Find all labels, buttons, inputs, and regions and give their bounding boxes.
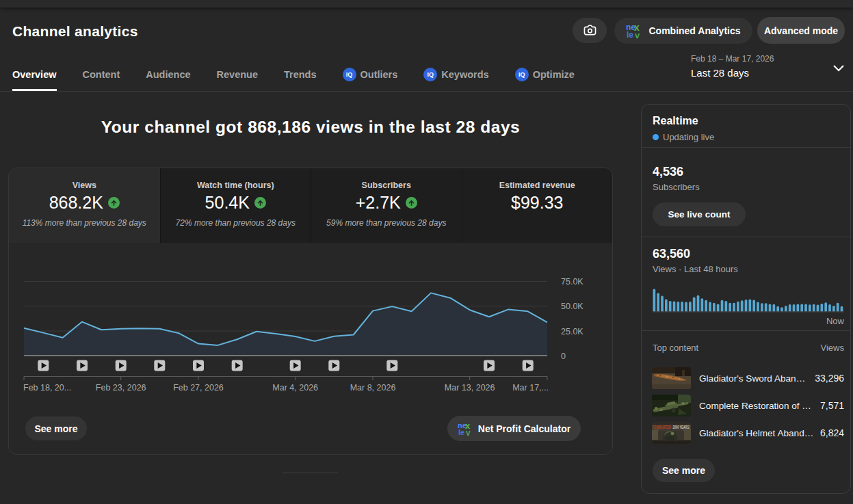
svg-text:50.0K: 50.0K — [561, 302, 583, 311]
svg-text:Mar 8, 2026: Mar 8, 2026 — [350, 383, 396, 393]
svg-text:v: v — [635, 30, 640, 40]
svg-text:Feb 23, 2026: Feb 23, 2026 — [96, 383, 146, 393]
svg-text:Mar 17,...: Mar 17,... — [512, 383, 549, 393]
svg-text:v: v — [466, 427, 471, 436]
svg-text:FOUND AFTER: FOUND AFTER — [653, 425, 671, 429]
svg-text:le: le — [458, 428, 464, 436]
svg-text:0: 0 — [561, 352, 566, 361]
svg-text:Mar 13, 2026: Mar 13, 2026 — [445, 383, 495, 393]
svg-text:75.0K: 75.0K — [561, 277, 583, 287]
svg-text:Mar 4, 2026: Mar 4, 2026 — [272, 383, 318, 393]
svg-text:Feb 18, 20...: Feb 18, 20... — [23, 383, 71, 393]
svg-text:25.0K: 25.0K — [561, 327, 583, 336]
svg-text:le: le — [627, 30, 633, 39]
svg-text:2000 YEARS!: 2000 YEARS! — [673, 425, 690, 429]
svg-text:Feb 27, 2026: Feb 27, 2026 — [173, 383, 224, 393]
